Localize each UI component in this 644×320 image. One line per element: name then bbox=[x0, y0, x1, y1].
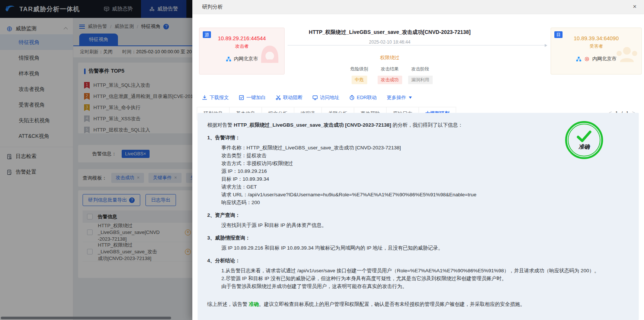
detail-line: 请求 URL：/api/v1/user/save?ID&Username=hu9… bbox=[207, 191, 629, 199]
network-icon bbox=[576, 56, 581, 62]
add-whitelist-button[interactable]: 一键加白 bbox=[239, 94, 266, 101]
detail-line: 目标 IP：10.89.39.34 bbox=[207, 175, 629, 183]
clock-icon bbox=[349, 95, 355, 100]
event-time: 2025-02-10 18:46:44 bbox=[288, 39, 491, 45]
drawer-header: 研判分析 × bbox=[192, 0, 644, 14]
download-icon bbox=[202, 95, 207, 100]
download-packet-button[interactable]: 下载报文 bbox=[202, 94, 229, 101]
detail-line: 由于告警涉及权限绕过并成功创建了管理员用户，这表明可能存在真实的攻击行为。 bbox=[207, 282, 629, 290]
detail-line: 1.从告警日志来看，请求尝试通过 /api/v1/user/save 接口创建一… bbox=[207, 267, 629, 275]
whitelist-icon bbox=[239, 95, 244, 100]
attack-stage-label: 攻击阶段 bbox=[408, 66, 433, 72]
detail-line: 响应状态码：200 bbox=[207, 199, 629, 206]
attack-result-badge: 攻击成功 bbox=[378, 76, 402, 84]
target-ip: 10.89.39.34:64090 bbox=[551, 35, 641, 41]
source-location: 内网北京市 bbox=[234, 56, 258, 62]
drawer-body: 源 10.89.29.216:44544 攻击者 内网北京市 HTTP_权限绕过… bbox=[192, 14, 644, 320]
target-badge: 目 bbox=[554, 31, 563, 38]
source-card: 源 10.89.29.216:44544 攻击者 内网北京市 bbox=[199, 28, 285, 75]
detail-line: 源 IP 10.89.29.216 和目标 IP 10.89.39.34 均被标… bbox=[207, 244, 629, 252]
chevron-down-icon bbox=[409, 96, 412, 99]
stamp-label: 准确 bbox=[579, 143, 590, 151]
close-icon[interactable]: × bbox=[633, 3, 637, 10]
analysis-section-intel-query: 3、威胁情报查询： 源 IP 10.89.29.216 和目标 IP 10.89… bbox=[207, 235, 629, 252]
victim-watermark-icon bbox=[613, 41, 641, 69]
detail-line: 攻击方式：非授权访问/权限绕过 bbox=[207, 159, 629, 167]
detail-line: 没有找到关于源 IP 和目标 IP 的具体资产信息。 bbox=[207, 221, 629, 229]
hacker-watermark-icon bbox=[256, 41, 283, 69]
analysis-summary: 综上所述，该告警 准确。建议立即检查目标系统上的用户管理和权限配置，确认是否有未… bbox=[207, 300, 629, 308]
analysis-section-conclusion: 4、分析结论： 1.从告警日志来看，请求尝试通过 /api/v1/user/sa… bbox=[207, 257, 629, 290]
source-ip: 10.89.29.216:44544 bbox=[199, 35, 284, 41]
verdict-accurate: 准确 bbox=[249, 301, 259, 307]
detail-line: 源 IP：10.89.29.216 bbox=[207, 167, 629, 175]
risk-level-label: 危险级别 bbox=[347, 66, 372, 72]
attack-type-label: 权限绕过 bbox=[288, 54, 491, 61]
target-card: 目 10.89.39.34:64090 受害者 内网北京市 bbox=[551, 28, 642, 75]
more-actions-button[interactable]: 更多操作 bbox=[387, 94, 412, 101]
drawer-title: 研判分析 bbox=[202, 4, 223, 10]
network-icon bbox=[226, 56, 231, 62]
llm-analysis-panel: 根据对告警 HTTP_权限绕过_LiveGBS_user_save_攻击成功 [… bbox=[198, 113, 639, 320]
analysis-intro: 根据对告警 HTTP_权限绕过_LiveGBS_user_save_攻击成功 [… bbox=[207, 121, 629, 129]
visit-address-button[interactable]: 访问地址 bbox=[313, 94, 339, 101]
virus-icon bbox=[584, 56, 590, 62]
risk-level-badge: 中危 bbox=[352, 76, 367, 84]
event-summary: HTTP_权限绕过_LiveGBS_user_save_攻击成功[CNVD-20… bbox=[285, 28, 551, 84]
detail-line: 2.尽管源 IP 和目标 IP 没有已知的威胁记录，但这种行为本身具有高度可疑性… bbox=[207, 275, 629, 282]
edr-link-button[interactable]: EDR联动 bbox=[349, 94, 377, 101]
detail-line: 攻击类型：提权攻击 bbox=[207, 152, 629, 159]
linked-block-button[interactable]: 联动阻断 bbox=[276, 94, 302, 101]
analysis-section-asset-query: 2、资产查询： 没有找到关于源 IP 和目标 IP 的具体资产信息。 bbox=[207, 212, 629, 229]
event-title: HTTP_权限绕过_LiveGBS_user_save_攻击成功[CNVD-20… bbox=[288, 29, 491, 36]
action-toolbar: 下载报文 一键加白 联动阻断 访问地址 EDR联动 更多操作 bbox=[202, 94, 644, 101]
accuracy-stamp: 准确 bbox=[565, 121, 603, 159]
checkmark-icon bbox=[576, 130, 593, 143]
scissors-icon bbox=[276, 95, 281, 100]
attack-result-label: 攻击结果 bbox=[378, 66, 402, 72]
attack-overview: 源 10.89.29.216:44544 攻击者 内网北京市 HTTP_权限绕过… bbox=[199, 28, 642, 84]
detail-line: 请求方法：GET bbox=[207, 183, 629, 191]
analysis-drawer: 研判分析 × 源 10.89.29.216:44544 攻击者 内网北京市 bbox=[192, 0, 644, 320]
attack-stage-badge: 漏洞利用 bbox=[408, 76, 433, 84]
monitor-icon bbox=[313, 95, 318, 100]
source-badge: 源 bbox=[203, 31, 211, 38]
